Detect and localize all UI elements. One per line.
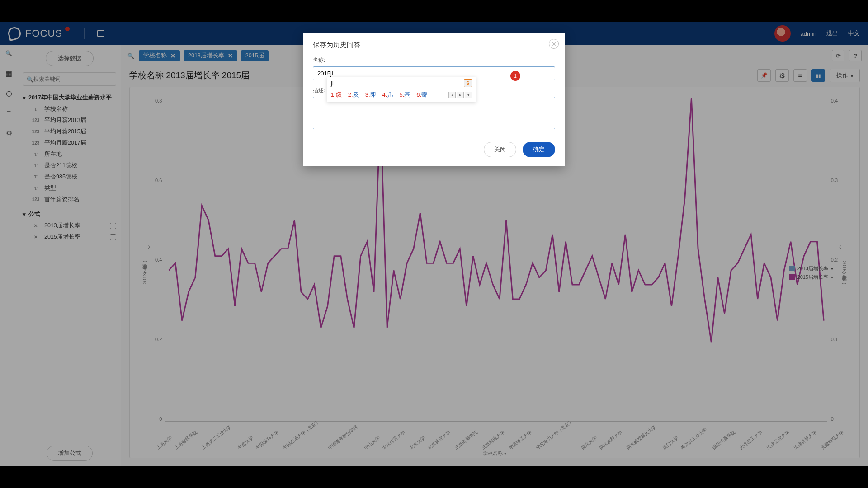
- ime-typed-text: ji: [331, 80, 334, 87]
- cancel-button[interactable]: 关闭: [484, 142, 516, 157]
- ime-candidate[interactable]: 4.几: [382, 91, 393, 99]
- ime-more-icon[interactable]: ▾: [465, 92, 472, 98]
- ime-candidate[interactable]: 6.寄: [416, 91, 427, 99]
- close-icon[interactable]: ✕: [549, 39, 559, 49]
- ime-prev-icon[interactable]: ◂: [448, 92, 456, 98]
- ime-candidate[interactable]: 1.级: [331, 91, 342, 99]
- ok-button[interactable]: 确定: [523, 142, 555, 157]
- ime-candidate[interactable]: 5.基: [399, 91, 410, 99]
- ime-logo-icon: S: [464, 79, 472, 87]
- ime-popup: ji S 1.级2.及3.即4.几5.基6.寄◂▸▾: [327, 77, 476, 102]
- annotation-marker: 1: [510, 71, 520, 81]
- name-label: 名称:: [313, 56, 555, 64]
- ime-candidate[interactable]: 2.及: [348, 91, 359, 99]
- ime-next-icon[interactable]: ▸: [457, 92, 464, 98]
- ime-candidate[interactable]: 3.即: [365, 91, 376, 99]
- modal-title: 保存为历史问答: [313, 41, 555, 49]
